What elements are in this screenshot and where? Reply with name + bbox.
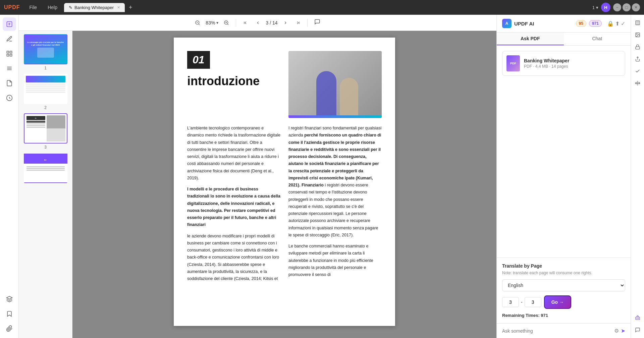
ai-content: PDF Banking Whitepaper PDF · 4.4 MB · 14…	[497, 46, 631, 258]
svg-rect-1	[7, 51, 9, 53]
titlebar-right: 1 ▾ H − □ ✕	[592, 3, 640, 12]
page-title: introduzione	[187, 74, 280, 88]
tab-chat[interactable]: Chat	[564, 33, 631, 45]
file-info-card: PDF Banking Whitepaper PDF · 4.4 MB · 14…	[502, 51, 625, 76]
file-type-icon: PDF	[506, 55, 520, 71]
tab-ask-pdf[interactable]: Ask PDF	[497, 33, 564, 45]
page-next-btn[interactable]	[280, 19, 290, 26]
file-meta: PDF · 4.4 MB · 14 pages	[524, 64, 621, 69]
sidebar-icon-tools[interactable]	[3, 76, 16, 90]
sidebar-icon-organize[interactable]	[3, 47, 16, 60]
ai-logo: A	[502, 19, 512, 28]
svg-line-7	[199, 24, 200, 25]
help-menu[interactable]: Help	[44, 3, 61, 11]
ai-export-btn[interactable]: ⬆	[615, 20, 620, 27]
user-avatar[interactable]: H	[601, 3, 610, 12]
zoom-in-btn[interactable]	[221, 19, 232, 27]
sidebar-icon-annotate[interactable]	[3, 32, 16, 46]
svg-rect-20	[636, 317, 640, 320]
ai-panel-header: A UPDF AI 95 971 🔒 ⬆ ✓	[497, 15, 631, 33]
page-number-box: 01	[187, 51, 210, 69]
minimize-btn[interactable]: −	[613, 3, 621, 11]
ai-panel-title: UPDF AI	[514, 21, 534, 26]
file-details: Banking Whitepaper PDF · 4.4 MB · 14 pag…	[524, 58, 621, 69]
go-translate-btn[interactable]: Go →	[544, 295, 571, 309]
thumb-item-3[interactable]: 01 3	[21, 113, 69, 150]
thumb-item-4[interactable]: 02	[21, 153, 69, 184]
edge-icon-protect[interactable]	[632, 42, 643, 52]
comment-btn[interactable]	[312, 17, 323, 28]
page-prev-btn[interactable]	[253, 19, 263, 26]
sidebar-icon-convert[interactable]	[3, 62, 16, 75]
zoom-out-btn[interactable]	[192, 19, 203, 27]
sidebar-icon-bookmark[interactable]	[3, 307, 16, 321]
zoom-value: 83%	[206, 20, 215, 25]
edge-icon-comment-side[interactable]	[632, 325, 643, 335]
file-name: Banking Whitepaper	[524, 58, 621, 63]
right-edge-panel	[631, 15, 644, 338]
edge-icon-ocr[interactable]	[632, 17, 643, 28]
svg-line-10	[227, 24, 228, 25]
thumb-preview-4: 02	[24, 153, 67, 183]
maximize-btn[interactable]: □	[623, 3, 631, 11]
ask-send-btn[interactable]: ➤	[621, 328, 625, 334]
edge-icon-share[interactable]	[632, 54, 643, 64]
edge-icon-bot[interactable]	[632, 313, 643, 323]
sidebar-icon-layers[interactable]	[3, 292, 16, 306]
thumb-preview-3: 01	[24, 113, 67, 144]
zoom-display: 83% ▾	[206, 20, 218, 25]
page-last-btn[interactable]	[293, 19, 303, 26]
thumb-item-2[interactable]: 2	[21, 74, 69, 110]
toolbar-sep-1	[236, 19, 236, 27]
svg-rect-18	[636, 47, 640, 49]
left-col-text: L'ambiente tecnologico contemporaneo e d…	[187, 125, 280, 286]
svg-point-21	[637, 318, 637, 319]
thumb-num-1: 1	[44, 66, 47, 70]
ai-lock-btn[interactable]: 🔒	[607, 20, 614, 27]
svg-rect-2	[10, 51, 12, 53]
page-first-btn[interactable]	[240, 19, 250, 26]
ask-input[interactable]	[502, 328, 611, 334]
language-select[interactable]: English	[502, 279, 625, 291]
sidebar-icon-edit[interactable]	[3, 17, 16, 31]
tab-close-btn[interactable]: ✕	[117, 5, 120, 10]
ask-area: ⚙ ➤	[497, 323, 631, 338]
file-menu[interactable]: File	[25, 3, 41, 11]
ask-icons: ⚙ ➤	[614, 328, 625, 334]
page-nav-group: 3 / 14	[266, 20, 277, 25]
edge-icon-compress[interactable]	[632, 78, 643, 89]
sidebar-icon-stamp[interactable]	[3, 91, 16, 105]
translate-title: Translate by Page	[502, 263, 625, 269]
svg-point-17	[636, 34, 637, 35]
credits-purple: 971	[589, 20, 602, 27]
tab-label: Banking Whitepaper	[74, 5, 114, 10]
doc-view: La strategia più cruciale per le banche …	[19, 31, 496, 338]
ai-panel-actions: 🔒 ⬆ ✓	[607, 20, 625, 27]
content-area: 83% ▾ 3 / 14	[19, 15, 496, 338]
zoom-dropdown-icon[interactable]: ▾	[216, 20, 218, 25]
sidebar-icon-attachment[interactable]	[3, 322, 16, 335]
page-to-input[interactable]: 3	[525, 297, 541, 307]
tab-area: ✎ Banking Whitepaper ✕ +	[64, 3, 590, 12]
page-info: 1 ▾	[592, 5, 598, 10]
svg-rect-3	[7, 54, 9, 56]
translate-section: Translate by Page Note: translate each p…	[497, 258, 631, 323]
thumb-num-2: 2	[44, 105, 47, 110]
right-col-text: I registri finanziari sono fondamentali …	[288, 125, 382, 286]
page-canvas: 01 introduzione	[72, 31, 496, 338]
toolbar-sep-2	[307, 19, 308, 27]
app-logo: UPDF	[4, 4, 20, 10]
add-tab-btn[interactable]: +	[126, 4, 135, 11]
edge-icon-image[interactable]	[632, 30, 643, 40]
edge-icon-sign[interactable]	[632, 66, 643, 76]
translate-note: Note: translate each page will consume o…	[502, 271, 625, 275]
close-btn[interactable]: ✕	[632, 3, 640, 11]
thumb-item-1[interactable]: La strategia più cruciale per le banche …	[21, 34, 69, 70]
main-layout: 83% ▾ 3 / 14	[0, 15, 644, 338]
ai-check-btn[interactable]: ✓	[621, 20, 625, 27]
ask-settings-btn[interactable]: ⚙	[614, 328, 619, 334]
page-from-input[interactable]: 3	[502, 297, 519, 307]
active-tab[interactable]: ✎ Banking Whitepaper ✕	[64, 3, 125, 12]
left-sidebar	[0, 15, 19, 338]
page-total: 14	[272, 20, 278, 25]
